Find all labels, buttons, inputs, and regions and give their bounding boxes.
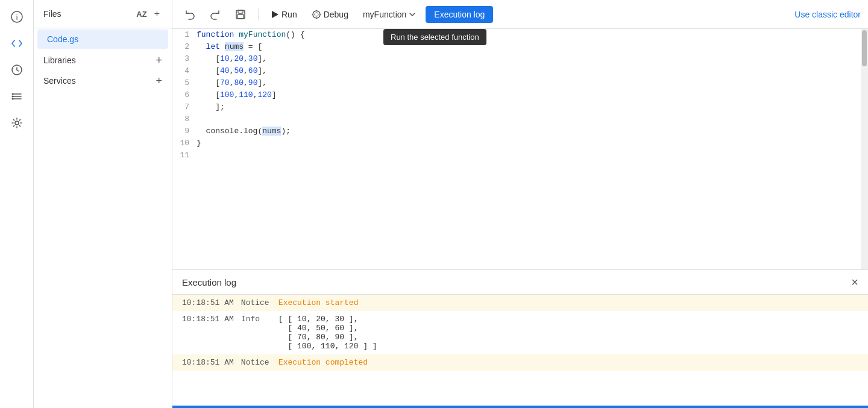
line-num-2: 2 — [172, 41, 197, 53]
log-time-3: 10:18:51 AM — [182, 358, 234, 367]
sidebar-file-code[interactable]: Code.gs — [37, 30, 168, 49]
add-file-button[interactable]: + — [152, 7, 162, 20]
trigger-icon-btn[interactable] — [5, 84, 29, 108]
undo-button[interactable] — [180, 7, 200, 22]
line-content-11[interactable] — [197, 149, 861, 162]
log-msg-1: Execution started — [278, 298, 359, 307]
svg-point-9 — [11, 96, 13, 98]
line-num-10: 10 — [172, 137, 197, 149]
exec-panel-bottom-bar — [172, 406, 868, 408]
exec-panel-title: Execution log — [182, 277, 236, 287]
line-content-3[interactable]: [10,20,30], — [197, 53, 861, 65]
svg-text:i: i — [16, 13, 17, 22]
log-level-2: Info — [241, 315, 271, 324]
debug-label: Debug — [324, 10, 348, 19]
svg-point-8 — [11, 93, 13, 95]
line-num-6: 6 — [172, 89, 197, 101]
add-service-button[interactable]: + — [156, 75, 162, 86]
log-level-3: Notice — [241, 358, 271, 367]
log-time-2: 10:18:51 AM — [182, 315, 234, 324]
svg-marker-15 — [272, 11, 278, 18]
line-content-5[interactable]: [70,80,90], — [197, 77, 861, 89]
line-content-4[interactable]: [40,50,60], — [197, 65, 861, 77]
files-title: Files — [43, 9, 61, 19]
classic-editor-link[interactable]: Use classic editor — [794, 10, 861, 19]
code-line-1: 1 function myFunction() { — [172, 29, 861, 41]
code-line-8: 8 — [172, 113, 861, 125]
sort-files-button[interactable]: AZ — [134, 7, 149, 20]
line-num-11: 11 — [172, 149, 197, 162]
line-content-9[interactable]: console.log(nums); — [197, 125, 861, 137]
icon-bar: i — [0, 0, 34, 408]
svg-point-16 — [313, 11, 320, 18]
svg-point-10 — [11, 98, 13, 100]
save-button[interactable] — [230, 7, 251, 22]
code-line-4: 4 [40,50,60], — [172, 65, 861, 77]
add-library-button[interactable]: + — [156, 55, 162, 66]
redo-button[interactable] — [205, 7, 225, 22]
log-msg-3: Execution completed — [278, 358, 368, 367]
info-icon-btn[interactable]: i — [5, 5, 29, 29]
code-line-6: 6 [100,110,120] — [172, 89, 861, 101]
file-name: Code.gs — [47, 34, 78, 44]
execution-log-panel: Execution log × 10:18:51 AM Notice Execu… — [172, 269, 868, 408]
libraries-label: Libraries — [43, 55, 76, 65]
svg-rect-14 — [237, 14, 244, 19]
line-content-8[interactable] — [197, 113, 861, 125]
function-name: myFunction — [363, 10, 406, 19]
code-editor[interactable]: 1 function myFunction() { 2 let nums = [… — [172, 29, 868, 269]
code-line-7: 7 ]; — [172, 101, 861, 113]
sidebar-header-actions: AZ + — [134, 7, 162, 20]
code-lines: 1 function myFunction() { 2 let nums = [… — [172, 29, 861, 269]
line-num-3: 3 — [172, 53, 197, 65]
code-line-3: 3 [10,20,30], — [172, 53, 861, 65]
code-line-11: 11 — [172, 149, 861, 162]
exec-panel-header: Execution log × — [172, 270, 868, 295]
line-content-1[interactable]: function myFunction() { — [197, 29, 861, 41]
log-msg-2: [ [ 10, 20, 30 ], [ 40, 50, 60 ], [ 70, … — [278, 315, 377, 351]
log-row-1: 10:18:51 AM Notice Execution started — [172, 295, 868, 311]
code-line-5: 5 [70,80,90], — [172, 77, 861, 89]
line-num-7: 7 — [172, 101, 197, 113]
run-button[interactable]: Run — [266, 7, 302, 22]
function-select[interactable]: myFunction — [358, 7, 421, 22]
sidebar-header: Files AZ + — [34, 0, 172, 28]
toolbar-divider — [258, 8, 259, 20]
code-icon-btn[interactable] — [5, 31, 29, 55]
toolbar: Run Debug myFunction Execution log Use c… — [172, 0, 868, 29]
editor-scrollbar[interactable] — [861, 29, 868, 269]
log-row-2: 10:18:51 AM Info [ [ 10, 20, 30 ], [ 40,… — [172, 311, 868, 354]
debug-button[interactable]: Debug — [307, 7, 353, 22]
line-num-8: 8 — [172, 113, 197, 125]
sidebar: Files AZ + Code.gs Libraries + Services … — [34, 0, 172, 408]
svg-point-11 — [15, 121, 19, 125]
line-num-5: 5 — [172, 77, 197, 89]
log-time-1: 10:18:51 AM — [182, 298, 234, 307]
line-content-6[interactable]: [100,110,120] — [197, 89, 861, 101]
run-label: Run — [281, 10, 297, 19]
line-num-9: 9 — [172, 125, 197, 137]
services-label: Services — [43, 76, 76, 86]
clock-icon-btn[interactable] — [5, 58, 29, 82]
code-line-9: 9 console.log(nums); — [172, 125, 861, 137]
line-num-4: 4 — [172, 65, 197, 77]
log-level-1: Notice — [241, 298, 271, 307]
exec-log-button[interactable]: Execution log — [426, 6, 493, 23]
svg-line-4 — [17, 70, 19, 71]
settings-icon-btn[interactable] — [5, 111, 29, 135]
run-tooltip: Run the selected function — [383, 29, 486, 45]
scrollbar-thumb[interactable] — [862, 30, 867, 66]
log-row-3: 10:18:51 AM Notice Execution completed — [172, 354, 868, 371]
line-content-10[interactable]: } — [197, 137, 861, 149]
sidebar-section-libraries[interactable]: Libraries + — [34, 50, 172, 71]
code-line-2: 2 let nums = [ — [172, 41, 861, 53]
code-line-10: 10 } — [172, 137, 861, 149]
sidebar-section-services[interactable]: Services + — [34, 71, 172, 91]
line-content-7[interactable]: ]; — [197, 101, 861, 113]
line-num-1: 1 — [172, 29, 197, 41]
main-content: Run Debug myFunction Execution log Use c… — [172, 0, 868, 408]
close-exec-panel-button[interactable]: × — [851, 276, 858, 288]
line-content-2[interactable]: let nums = [ — [197, 41, 861, 53]
exec-log-rows: 10:18:51 AM Notice Execution started 10:… — [172, 295, 868, 406]
